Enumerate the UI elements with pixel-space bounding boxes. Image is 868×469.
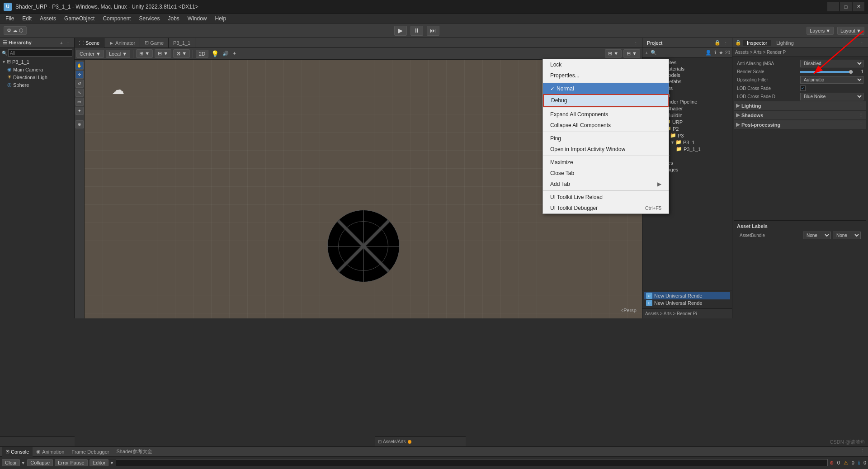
project-add-btn[interactable]: +	[644, 50, 649, 56]
tab-animator[interactable]: ► Animator	[104, 38, 140, 48]
project-menu-btn[interactable]: ⋮	[722, 40, 729, 46]
scale-tool[interactable]: ⤡	[75, 89, 84, 97]
audio-btn[interactable]: 🔊	[222, 51, 230, 57]
snap-dropdown[interactable]: ⊟ ▼	[155, 49, 171, 58]
tab-p3-1-1[interactable]: P3_1_1	[169, 38, 195, 48]
post-processing-section-header[interactable]: ▶ Post-processing ⋮	[734, 120, 866, 129]
lighting-section-menu[interactable]: ⋮	[858, 103, 864, 109]
ctx-uitoolkit-debugger[interactable]: UI Toolkit Debugger Ctrl+F5	[543, 203, 669, 213]
clear-button[interactable]: Clear	[2, 459, 20, 466]
anti-aliasing-dropdown[interactable]: Disabled	[800, 60, 863, 67]
project-lock-btn[interactable]: 🔒	[713, 40, 722, 46]
urp-asset-1[interactable]: U New Universal Rende	[644, 292, 730, 299]
ctx-close-tab[interactable]: Close Tab	[543, 168, 669, 179]
hierarchy-menu-btn[interactable]: ⋮	[65, 40, 71, 46]
move-tool[interactable]: ✋	[75, 62, 84, 70]
ctx-collapse-all[interactable]: Collapse All Components	[543, 120, 669, 131]
render-scale-track[interactable]	[800, 71, 853, 73]
ctx-debug[interactable]: Debug	[543, 94, 669, 107]
tab-project[interactable]: Project	[645, 40, 664, 46]
ctx-open-import[interactable]: Open in Import Activity Window	[543, 144, 669, 155]
local-dropdown[interactable]: Local ▼	[106, 50, 130, 58]
game-tab-icon: ⊡	[145, 40, 149, 46]
grid-dropdown[interactable]: ⊞ ▼	[136, 49, 153, 58]
gizmos-dropdown[interactable]: ⊟ ▼	[623, 49, 640, 58]
ctx-normal[interactable]: ✓ Normal	[543, 83, 669, 94]
multi-tool[interactable]: ✦	[75, 107, 84, 115]
hierarchy-item-light[interactable]: ☀ Directional Ligh	[0, 73, 74, 81]
menu-assets[interactable]: Assets	[36, 14, 60, 23]
menu-jobs[interactable]: Jobs	[164, 14, 183, 23]
pause-button[interactable]: ⏸	[410, 26, 423, 36]
hierarchy-add-btn[interactable]: +	[59, 40, 64, 46]
tab-shader-ref[interactable]: Shader参考大全	[113, 447, 156, 457]
ctx-maximize[interactable]: Maximize	[543, 157, 669, 168]
minimize-button[interactable]: ─	[827, 2, 839, 11]
2d-btn[interactable]: 2D	[196, 50, 208, 58]
scene-panel-menu-btn[interactable]: ⋮	[630, 40, 642, 46]
lod-cross-fade-d-dropdown[interactable]: Blue Noise	[800, 93, 863, 100]
hierarchy-search-input[interactable]	[8, 49, 72, 57]
project-star-btn[interactable]: ★	[718, 50, 724, 56]
lighting-section-header[interactable]: ▶ Lighting ⋮	[734, 101, 866, 110]
aspect-dropdown[interactable]: ⊞ ▼	[605, 49, 622, 58]
tab-frame-debugger[interactable]: Frame Debugger	[68, 447, 113, 457]
inspector-more-btn[interactable]: ⋮	[859, 40, 865, 46]
menu-file[interactable]: File	[2, 14, 18, 23]
layout-dropdown[interactable]: Layout ▼	[837, 27, 864, 35]
maximize-button[interactable]: □	[840, 2, 852, 11]
upscaling-filter-dropdown[interactable]: Automatic	[800, 76, 863, 84]
render-scale-thumb[interactable]	[849, 70, 853, 74]
render-dropdown[interactable]: ⊠ ▼	[173, 49, 190, 58]
project-filter-btn[interactable]: 👤	[704, 50, 712, 56]
menu-gameobject[interactable]: GameObject	[61, 14, 98, 23]
account-btn[interactable]: ⚙ ☁ ⬡	[4, 26, 27, 35]
project-info-btn[interactable]: ℹ	[713, 50, 717, 56]
play-button[interactable]: ▶	[394, 26, 407, 36]
tab-lighting[interactable]: Lighting	[773, 40, 797, 46]
effects-btn[interactable]: ✦	[231, 51, 237, 57]
tab-inspector[interactable]: Inspector	[743, 40, 771, 46]
close-button[interactable]: ✕	[853, 2, 864, 11]
post-processing-section-menu[interactable]: ⋮	[858, 122, 864, 128]
custom-tool[interactable]: ⊕	[75, 120, 84, 128]
hierarchy-item-sphere[interactable]: ◎ Sphere	[0, 81, 74, 89]
menu-edit[interactable]: Edit	[19, 14, 35, 23]
tab-console[interactable]: ⊡ Console	[2, 447, 33, 457]
asset-bundle-dropdown[interactable]: None	[803, 232, 831, 239]
hierarchy-item-scene[interactable]: ▼ ⊞ P3_1_1	[0, 58, 74, 66]
ctx-expand-all[interactable]: Expand All Components	[543, 109, 669, 120]
layers-dropdown[interactable]: Layers ▼	[807, 27, 834, 35]
console-panel-menu-btn[interactable]: ⋮	[859, 449, 866, 455]
inspector-header: 🔒 Inspector Lighting ⋮	[732, 38, 868, 48]
console-search-input[interactable]	[116, 459, 827, 466]
urp-asset-2[interactable]: U New Universal Rende	[644, 299, 730, 307]
hierarchy-item-camera[interactable]: ◉ Main Camera	[0, 66, 74, 73]
menu-component[interactable]: Component	[99, 14, 134, 23]
editor-button[interactable]: Editor	[90, 459, 109, 466]
tab-scene[interactable]: ⛶ Scene	[75, 38, 104, 48]
collapse-button[interactable]: Collapse	[27, 459, 53, 466]
menu-window[interactable]: Window	[184, 14, 211, 23]
menu-services[interactable]: Services	[135, 14, 163, 23]
ctx-uitoolkit-reload[interactable]: UI Toolkit Live Reload	[543, 192, 669, 203]
menu-help[interactable]: Help	[212, 14, 230, 23]
tab-game[interactable]: ⊡ Game	[140, 38, 169, 48]
error-pause-button[interactable]: Error Pause	[55, 459, 88, 466]
asset-bundle-variant-dropdown[interactable]: None	[833, 232, 861, 239]
shadows-section-menu[interactable]: ⋮	[858, 112, 864, 118]
lod-cross-fade-checkbox[interactable]: ✓	[800, 85, 806, 91]
rect-tool[interactable]: ▭	[75, 98, 84, 106]
rotate-tool[interactable]: ↺	[75, 80, 84, 88]
ctx-properties[interactable]: Properties...	[543, 70, 669, 81]
step-button[interactable]: ⏭	[427, 26, 439, 36]
translate-tool[interactable]: ✛	[75, 71, 84, 79]
ctx-add-tab[interactable]: Add Tab ▶	[543, 179, 669, 189]
shadows-section-header[interactable]: ▶ Shadows ⋮	[734, 111, 866, 119]
ctx-lock[interactable]: Lock	[543, 59, 669, 70]
tab-animation[interactable]: ◉ Animation	[33, 447, 68, 457]
project-search-btn[interactable]: 🔍	[650, 50, 658, 56]
lighting-btn[interactable]: 💡	[210, 50, 220, 57]
center-dropdown[interactable]: Center ▼	[76, 50, 104, 58]
ctx-ping[interactable]: Ping	[543, 133, 669, 144]
